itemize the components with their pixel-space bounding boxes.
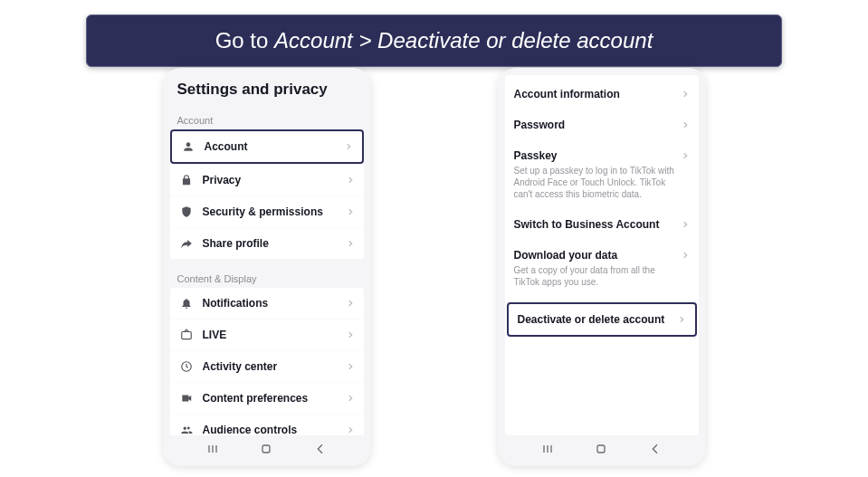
page-title: Settings and privacy: [170, 75, 364, 110]
chevron-right-icon: [346, 299, 355, 308]
phone-left: Settings and privacy Account Account: [163, 68, 371, 466]
screen-settings: Settings and privacy Account Account: [170, 75, 364, 435]
row-download-data[interactable]: Download your data Get a copy of your da…: [505, 240, 699, 297]
row-share-profile[interactable]: Share profile: [170, 227, 364, 259]
chevron-right-icon: [346, 239, 355, 248]
lock-icon: [179, 173, 194, 187]
section-header-content: Content & Display: [170, 268, 364, 288]
android-navbar: [170, 435, 364, 466]
nav-back[interactable]: [302, 442, 339, 456]
row-live[interactable]: LIVE: [170, 319, 364, 350]
row-audience-controls[interactable]: Audience controls: [170, 414, 364, 435]
chevron-right-icon: [344, 142, 353, 151]
row-label: Privacy: [203, 174, 346, 186]
row-passkey[interactable]: Passkey Set up a passkey to log in to Ti…: [505, 140, 699, 209]
svg-rect-5: [262, 445, 270, 453]
chevron-right-icon: [346, 176, 355, 185]
instruction-prefix: Go to: [215, 28, 274, 52]
nav-home[interactable]: [248, 442, 284, 456]
section-header-account: Account: [170, 110, 364, 129]
row-label: Security & permissions: [203, 205, 346, 218]
phones-container: Settings and privacy Account Account: [0, 68, 868, 466]
shield-icon: [179, 205, 194, 219]
list-account: Account Privacy: [170, 129, 364, 259]
row-label: Account information: [514, 88, 681, 100]
row-security[interactable]: Security & permissions: [170, 196, 364, 227]
row-content-preferences[interactable]: Content preferences: [170, 382, 364, 414]
row-label: Switch to Business Account: [514, 218, 681, 231]
share-icon: [179, 236, 194, 251]
row-label: Download your data: [514, 249, 681, 262]
row-label: Audience controls: [203, 424, 346, 435]
row-label: Passkey: [514, 149, 681, 162]
row-label: Content preferences: [203, 392, 346, 405]
row-deactivate-delete[interactable]: Deactivate or delete account: [507, 302, 697, 337]
row-label: Share profile: [203, 237, 346, 250]
chevron-right-icon: [681, 90, 690, 99]
chevron-right-icon: [677, 315, 686, 324]
row-label: LIVE: [203, 329, 346, 341]
instruction-path: Account > Deactivate or delete account: [274, 28, 653, 52]
nav-recent[interactable]: [529, 442, 566, 456]
chevron-right-icon: [346, 362, 355, 371]
instruction-banner: Go to Account > Deactivate or delete acc…: [86, 14, 782, 67]
video-icon: [179, 391, 194, 405]
nav-back[interactable]: [637, 442, 673, 456]
list-content: Notifications LIVE: [170, 288, 364, 435]
nav-home[interactable]: [583, 442, 619, 456]
live-icon: [179, 328, 194, 342]
bell-icon: [179, 296, 194, 310]
row-switch-business[interactable]: Switch to Business Account: [505, 209, 699, 240]
row-password[interactable]: Password: [505, 110, 699, 140]
row-desc: Get a copy of your data from all the Tik…: [514, 264, 690, 288]
chevron-right-icon: [681, 120, 690, 129]
row-label: Activity center: [203, 360, 346, 373]
people-icon: [179, 423, 194, 435]
chevron-right-icon: [346, 425, 355, 434]
chevron-right-icon: [681, 151, 690, 160]
chevron-right-icon: [346, 394, 355, 403]
clock-icon: [179, 359, 194, 374]
row-privacy[interactable]: Privacy: [170, 164, 364, 196]
row-label: Notifications: [203, 297, 346, 310]
row-account[interactable]: Account: [170, 129, 364, 164]
android-navbar: [505, 435, 699, 466]
chevron-right-icon: [346, 330, 355, 339]
row-account-information[interactable]: Account information: [505, 79, 699, 110]
svg-rect-0: [181, 332, 191, 339]
chevron-right-icon: [681, 251, 690, 260]
row-desc: Set up a passkey to log in to TikTok wit…: [514, 165, 690, 200]
person-icon: [181, 139, 196, 154]
row-label: Deactivate or delete account: [518, 313, 677, 326]
row-notifications[interactable]: Notifications: [170, 288, 364, 319]
row-label: Account: [205, 140, 344, 153]
phone-right: Account information Password Passkey: [498, 68, 706, 466]
row-label: Password: [514, 119, 681, 131]
row-activity-center[interactable]: Activity center: [170, 350, 364, 382]
chevron-right-icon: [681, 220, 690, 229]
svg-rect-9: [597, 445, 605, 453]
nav-recent[interactable]: [195, 442, 231, 456]
chevron-right-icon: [346, 207, 355, 216]
screen-account: Account information Password Passkey: [505, 75, 699, 435]
